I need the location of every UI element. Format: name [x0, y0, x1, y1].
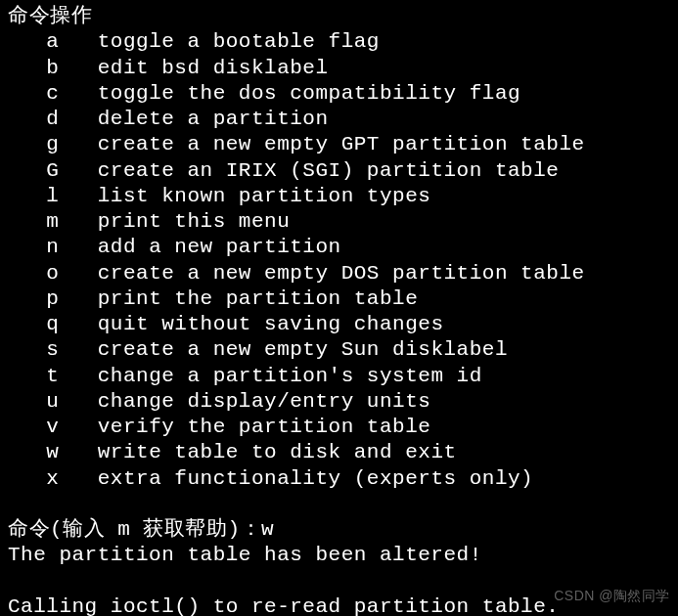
command-key: w: [8, 441, 59, 463]
command-description: create an IRIX (SGI) partition table: [59, 159, 559, 182]
command-description: print this menu: [59, 210, 290, 233]
command-row: a toggle a bootable flag: [8, 29, 670, 55]
command-key: t: [8, 365, 59, 387]
command-description: extra functionality (experts only): [59, 467, 533, 490]
command-row: q quit without saving changes: [8, 312, 670, 337]
command-row: l list known partition types: [8, 184, 670, 209]
command-key: v: [8, 416, 59, 438]
command-description: change display/entry units: [59, 390, 430, 413]
command-row: d delete a partition: [8, 107, 670, 132]
command-row: c toggle the dos compatibility flag: [8, 81, 670, 107]
command-row: b edit bsd disklabel: [8, 56, 670, 81]
command-key: n: [8, 236, 59, 258]
command-key: d: [8, 108, 59, 130]
command-description: verify the partition table: [59, 416, 430, 438]
command-row: u change display/entry units: [8, 389, 670, 415]
command-row: m print this menu: [8, 209, 670, 235]
command-description: toggle a bootable flag: [59, 30, 380, 53]
command-row: t change a partition's system id: [8, 364, 670, 389]
command-description: create a new empty GPT partition table: [59, 133, 584, 155]
command-row: x extra functionality (experts only): [8, 466, 670, 492]
command-row: s create a new empty Sun disklabel: [8, 337, 670, 363]
command-key: a: [8, 30, 59, 53]
result-altered: The partition table has been altered!: [8, 543, 670, 568]
command-description: toggle the dos compatibility flag: [59, 82, 520, 105]
fdisk-prompt-label: 命令(输入 m 获取帮助)：: [8, 518, 261, 541]
command-key: G: [8, 159, 59, 182]
command-key: l: [8, 185, 59, 207]
command-key: o: [8, 262, 59, 285]
command-row: p print the partition table: [8, 286, 670, 312]
command-list: a toggle a bootable flag b edit bsd disk…: [8, 29, 670, 492]
command-key: x: [8, 467, 59, 490]
command-key: m: [8, 210, 59, 233]
command-key: u: [8, 390, 59, 413]
fdisk-prompt-line: 命令(输入 m 获取帮助)：w: [8, 517, 670, 543]
command-key: p: [8, 287, 59, 310]
command-description: create a new empty DOS partition table: [59, 262, 584, 285]
command-key: b: [8, 57, 59, 79]
fdisk-prompt-input[interactable]: w: [261, 518, 274, 541]
command-key: q: [8, 313, 59, 335]
command-description: print the partition table: [59, 287, 418, 310]
command-row: w write table to disk and exit: [8, 440, 670, 465]
command-description: write table to disk and exit: [59, 441, 456, 463]
command-description: change a partition's system id: [59, 365, 481, 387]
command-key: s: [8, 338, 59, 361]
command-key: c: [8, 82, 59, 105]
command-row: v verify the partition table: [8, 415, 670, 440]
command-description: delete a partition: [59, 108, 328, 130]
command-key: g: [8, 133, 59, 155]
command-row: n add a new partition: [8, 235, 670, 260]
command-description: list known partition types: [59, 185, 430, 207]
command-description: create a new empty Sun disklabel: [59, 338, 508, 361]
blank-line: [8, 492, 670, 517]
command-row: o create a new empty DOS partition table: [8, 261, 670, 286]
command-row: g create a new empty GPT partition table: [8, 132, 670, 157]
section-header: 命令操作: [8, 4, 670, 29]
watermark: CSDN @陶然同学: [554, 588, 670, 605]
command-description: add a new partition: [59, 236, 340, 258]
command-description: edit bsd disklabel: [59, 57, 328, 79]
command-row: G create an IRIX (SGI) partition table: [8, 158, 670, 184]
command-description: quit without saving changes: [59, 313, 443, 335]
